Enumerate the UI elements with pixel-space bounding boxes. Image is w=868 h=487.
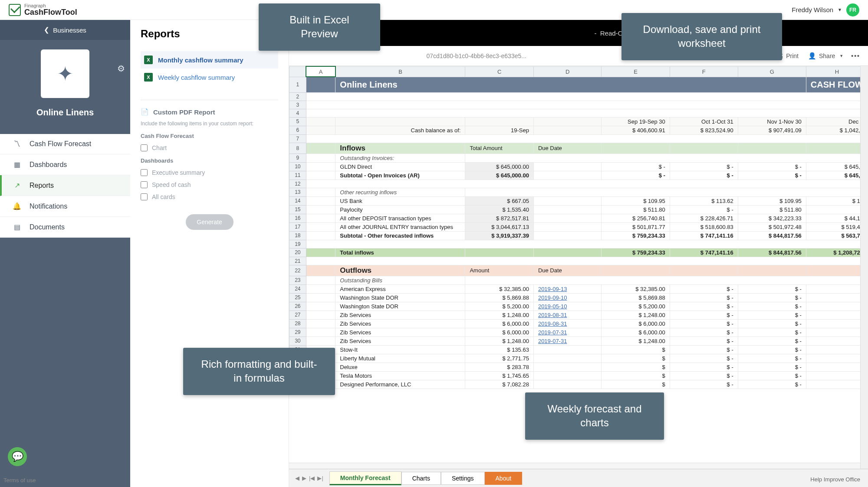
brand-name: CashFlowTool [24,8,77,16]
nav-label: Documents [30,223,65,231]
caret-down-icon: ▼ [838,7,842,12]
excel-icon: X [144,56,153,64]
bell-icon: 🔔 [12,202,22,210]
chk-executive-summary[interactable]: Executive summary [141,167,278,179]
page-title: Reports [141,28,278,40]
avatar[interactable]: FR [846,3,859,16]
nav-label: Reports [30,182,54,190]
nav-notifications[interactable]: 🔔Notifications [0,196,130,217]
back-label: Businesses [53,26,86,34]
generate-button[interactable]: Generate [186,214,233,230]
chevron-left-icon: ❮ [44,26,49,34]
sheet-nav[interactable]: ◀▶|◀▶| [289,475,329,481]
sheet-tab-settings[interactable]: Settings [441,472,485,485]
custom-report-header: 📄Custom PDF Report [141,108,278,116]
business-name: Online Linens [36,108,94,118]
section-dashboards: Dashboards [141,157,278,164]
excel-icon: X [144,73,153,82]
share-button[interactable]: 👤Share▼ [808,52,843,60]
sheet-tab-charts[interactable]: Charts [401,472,441,485]
nav-label: Cash Flow Forecast [30,140,91,148]
chat-button[interactable]: 💬 [8,447,27,466]
file-icon: ▤ [12,223,22,231]
terms-of-use-link[interactable]: Terms of use [3,477,36,484]
report-link-label: Weekly cashflow summary [158,74,235,81]
back-to-businesses[interactable]: ❮ Businesses [0,20,130,40]
share-icon: 👤 [808,52,816,60]
chart-line-icon: 〽 [12,140,22,148]
chk-speed-of-cash[interactable]: Speed of cash [141,179,278,191]
document-name: 07cd1d80-b1c0-4bb6-8ec3-e633e5... [297,52,656,59]
callout-weekly-forecast: Weekly forecast and charts [525,392,664,440]
report-link-label: Monthly cashflow summary [158,56,243,64]
custom-hint: Include the following items in your cust… [141,120,278,127]
nav-dashboards[interactable]: ▦Dashboards [0,154,130,175]
chk-all-cards[interactable]: All cards [141,191,278,203]
share-icon: ↗ [12,181,22,190]
sheet-tab-about[interactable]: About [485,472,523,485]
grid-icon: ▦ [12,160,22,169]
callout-excel-preview: Built in Excel Preview [259,3,380,51]
nav-reports[interactable]: ↗Reports [0,175,130,196]
scrollbar-horizontal[interactable] [289,463,860,469]
callout-rich-formatting: Rich formatting and built-in formulas [183,348,335,395]
section-cashflow: Cash Flow Forecast [141,133,278,139]
report-weekly-cashflow[interactable]: XWeekly cashflow summary [141,69,278,86]
brand-mark-icon [9,4,21,16]
nav-label: Notifications [30,203,67,210]
callout-download-save-print: Download, save and print worksheet [621,13,782,60]
user-menu[interactable]: Freddy Wilson ▼ FR [792,3,859,16]
more-menu[interactable]: ••• [851,52,860,59]
sheet-tab-monthly-forecast[interactable]: Monthly Forecast [329,471,401,485]
nav-cash-flow-forecast[interactable]: 〽Cash Flow Forecast [0,134,130,154]
help-improve-link[interactable]: Help Improve Office [810,476,860,483]
pdf-icon: 📄 [141,108,149,116]
user-name: Freddy Wilson [792,6,833,13]
report-monthly-cashflow[interactable]: XMonthly cashflow summary [141,51,278,69]
chk-chart[interactable]: Chart [141,142,278,154]
scrollbar-vertical[interactable] [860,66,868,469]
nav-label: Dashboards [30,161,67,169]
business-logo[interactable]: ✦ [41,49,89,98]
nav-documents[interactable]: ▤Documents [0,217,130,238]
brand-logo[interactable]: Finagraph CashFlowTool [9,3,77,16]
caret-down-icon: ▼ [839,54,843,58]
gear-icon[interactable]: ⚙ [117,63,125,74]
